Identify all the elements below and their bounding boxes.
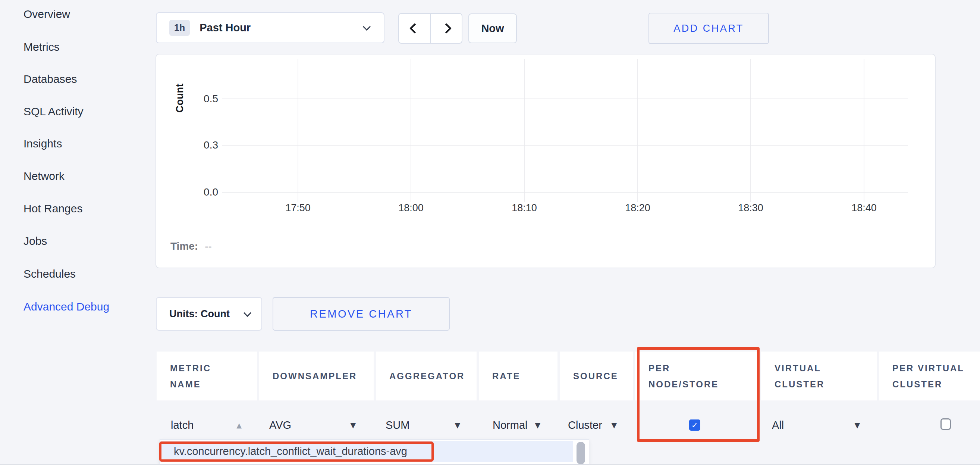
downsampler-select[interactable]: AVG ▼ bbox=[269, 417, 356, 433]
y-tick-0-3: 0.3 bbox=[173, 139, 218, 151]
units-label: Units: Count bbox=[169, 308, 230, 320]
triangle-down-icon: ▼ bbox=[350, 421, 356, 429]
gridline-horizontal bbox=[222, 99, 908, 99]
sidebar-item-advanced-debug[interactable]: Advanced Debug bbox=[24, 300, 109, 313]
triangle-up-icon: ▲ bbox=[236, 421, 242, 429]
chevron-down-icon bbox=[363, 23, 371, 30]
column-header-per-node-store: PER NODE/STORE bbox=[635, 352, 759, 400]
check-icon: ✓ bbox=[691, 420, 698, 430]
time-step-back-button[interactable] bbox=[398, 13, 430, 44]
sidebar-item-metrics[interactable]: Metrics bbox=[24, 40, 60, 54]
chevron-left-icon bbox=[409, 23, 420, 34]
per-virtual-cluster-checkbox[interactable] bbox=[940, 419, 951, 430]
sidebar-item-jobs[interactable]: Jobs bbox=[24, 234, 47, 248]
triangle-down-icon: ▼ bbox=[611, 421, 617, 429]
column-header-per-virtual-cluster: PER VIRTUAL CLUSTER bbox=[879, 352, 980, 400]
y-tick-0-0: 0.0 bbox=[173, 187, 218, 198]
gridline-vertical bbox=[410, 59, 411, 202]
x-tick-1800: 18:00 bbox=[385, 202, 437, 214]
y-tick-0-5: 0.5 bbox=[173, 93, 218, 104]
chart-hover-time: Time:-- bbox=[170, 240, 212, 252]
time-range-select[interactable]: 1h Past Hour bbox=[156, 12, 385, 43]
x-tick-1820: 18:20 bbox=[612, 202, 664, 214]
viewport-bottom-edge bbox=[0, 464, 980, 465]
sidebar-item-hot-ranges[interactable]: Hot Ranges bbox=[24, 202, 83, 215]
time-value: -- bbox=[205, 240, 212, 252]
sidebar-item-insights[interactable]: Insights bbox=[24, 137, 62, 150]
x-tick-1810: 18:10 bbox=[498, 202, 550, 214]
rate-select[interactable]: Normal ▼ bbox=[493, 417, 540, 433]
triangle-down-icon: ▼ bbox=[455, 421, 460, 429]
metric-name-input[interactable]: latch ▲ bbox=[171, 417, 242, 433]
virtual-cluster-select[interactable]: All ▼ bbox=[772, 417, 860, 433]
time-range-label: Past Hour bbox=[199, 22, 251, 34]
sidebar-item-network[interactable]: Network bbox=[24, 169, 65, 183]
column-header-metric-name: METRIC NAME bbox=[157, 352, 257, 400]
x-tick-1750: 17:50 bbox=[272, 202, 324, 214]
remove-chart-button[interactable]: REMOVE CHART bbox=[273, 297, 450, 331]
add-chart-button[interactable]: ADD CHART bbox=[649, 13, 769, 44]
time-step-forward-button[interactable] bbox=[430, 13, 462, 44]
triangle-down-icon: ▼ bbox=[854, 421, 860, 429]
gridline-vertical bbox=[298, 59, 298, 202]
sidebar-item-schedules[interactable]: Schedules bbox=[24, 267, 76, 281]
column-header-aggregator: AGGREGATOR bbox=[376, 352, 477, 400]
column-header-virtual-cluster: VIRTUAL CLUSTER bbox=[761, 352, 877, 400]
per-node-store-checkbox[interactable]: ✓ bbox=[689, 419, 700, 431]
gridline-vertical bbox=[524, 59, 525, 202]
triangle-down-icon: ▼ bbox=[535, 421, 540, 429]
custom-chart-card: Count 0.5 0.3 0.0 17:50 18:00 18:10 18:2… bbox=[156, 54, 935, 268]
metric-suggestion-option[interactable]: kv.concurrency.latch_conflict_wait_durat… bbox=[160, 441, 573, 462]
x-tick-1830: 18:30 bbox=[725, 202, 777, 214]
gridline-vertical bbox=[750, 59, 751, 202]
chevron-right-icon bbox=[441, 23, 451, 34]
column-header-rate: RATE bbox=[479, 352, 557, 400]
metric-suggestions-menu: kv.concurrency.latch_conflict_wait_durat… bbox=[160, 439, 589, 465]
dropdown-scrollbar-thumb[interactable] bbox=[576, 442, 585, 464]
gridline-vertical bbox=[864, 59, 864, 202]
sidebar-item-databases[interactable]: Databases bbox=[24, 72, 77, 86]
time-label: Time: bbox=[170, 240, 198, 252]
chevron-down-icon bbox=[243, 309, 251, 317]
x-tick-1840: 18:40 bbox=[838, 202, 890, 214]
sidebar-item-sql-activity[interactable]: SQL Activity bbox=[24, 105, 84, 118]
gridline-horizontal bbox=[222, 192, 908, 193]
aggregator-select[interactable]: SUM ▼ bbox=[386, 417, 460, 433]
now-button[interactable]: Now bbox=[468, 13, 517, 43]
source-select[interactable]: Cluster ▼ bbox=[568, 417, 617, 433]
gridline-vertical bbox=[637, 59, 638, 202]
gridline-horizontal bbox=[222, 145, 908, 145]
column-header-source: SOURCE bbox=[560, 352, 633, 400]
units-select[interactable]: Units: Count bbox=[156, 297, 262, 331]
time-range-badge: 1h bbox=[169, 20, 190, 36]
sidebar-item-overview[interactable]: Overview bbox=[24, 8, 70, 21]
column-header-downsampler: DOWNSAMPLER bbox=[259, 352, 374, 400]
time-step-controls bbox=[398, 13, 462, 44]
